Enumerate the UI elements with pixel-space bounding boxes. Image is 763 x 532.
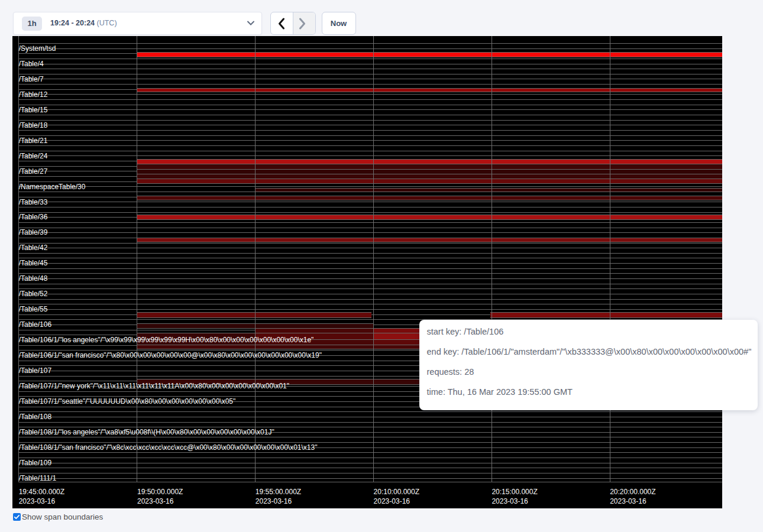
svg-text:/NamespaceTable/30: /NamespaceTable/30 xyxy=(19,183,86,191)
svg-text:/Table/12: /Table/12 xyxy=(19,90,48,99)
svg-text:/Table/107/1/"seattle"/"UUUUUU: /Table/107/1/"seattle"/"UUUUUUD\x00\x80\… xyxy=(19,397,236,406)
svg-text:2023-03-16: 2023-03-16 xyxy=(19,497,56,505)
svg-text:2023-03-16: 2023-03-16 xyxy=(610,497,646,505)
svg-text:2023-03-16: 2023-03-16 xyxy=(492,497,528,505)
svg-text:19:55:00.000Z: 19:55:00.000Z xyxy=(256,488,301,496)
svg-text:2023-03-16: 2023-03-16 xyxy=(137,497,174,505)
svg-text:/Table/111/1: /Table/111/1 xyxy=(19,474,57,482)
svg-text:/Table/7: /Table/7 xyxy=(19,75,44,83)
svg-text:19:45:00.000Z: 19:45:00.000Z xyxy=(19,488,64,496)
svg-text:/Table/24: /Table/24 xyxy=(19,152,48,160)
svg-text:/Table/48: /Table/48 xyxy=(19,274,48,283)
svg-text:/Table/106: /Table/106 xyxy=(19,320,52,329)
svg-text:/Table/52: /Table/52 xyxy=(19,290,48,298)
svg-text:/Table/27: /Table/27 xyxy=(19,167,48,176)
svg-text:2023-03-16: 2023-03-16 xyxy=(256,497,292,505)
svg-text:2023-03-16: 2023-03-16 xyxy=(374,497,410,505)
svg-text:/Table/42: /Table/42 xyxy=(19,244,48,252)
svg-text:/Table/107/1/"new york"/"\x11\: /Table/107/1/"new york"/"\x11\x11\x11\x1… xyxy=(19,382,289,390)
svg-text:/Table/109: /Table/109 xyxy=(19,459,52,467)
svg-text:/Table/106/1/"los angeles"/"\x: /Table/106/1/"los angeles"/"\x99\x99\x99… xyxy=(19,336,314,344)
svg-text:/Table/108/1/"san francisco"/": /Table/108/1/"san francisco"/"\x8c\xcc\x… xyxy=(19,443,318,452)
svg-text:20:15:00.000Z: 20:15:00.000Z xyxy=(492,488,537,496)
svg-text:/Table/33: /Table/33 xyxy=(19,198,48,206)
svg-text:/Table/15: /Table/15 xyxy=(19,106,48,114)
svg-text:/Table/36: /Table/36 xyxy=(19,213,48,221)
svg-text:/Table/21: /Table/21 xyxy=(19,137,48,145)
svg-text:/Table/55: /Table/55 xyxy=(19,305,48,313)
svg-text:/Table/45: /Table/45 xyxy=(19,259,48,267)
svg-text:/Table/106/1/"san francisco"/": /Table/106/1/"san francisco"/"\x80\x00\x… xyxy=(19,351,322,359)
svg-text:/Table/39: /Table/39 xyxy=(19,228,48,236)
svg-text:/Table/108: /Table/108 xyxy=(19,413,52,421)
svg-text:19:50:00.000Z: 19:50:00.000Z xyxy=(137,488,183,496)
svg-text:/Table/18: /Table/18 xyxy=(19,121,48,129)
svg-text:/System/tsd: /System/tsd xyxy=(19,44,56,53)
svg-text:20:10:00.000Z: 20:10:00.000Z xyxy=(374,488,419,496)
svg-text:/Table/4: /Table/4 xyxy=(19,60,44,68)
svg-text:/Table/107: /Table/107 xyxy=(19,366,52,375)
svg-text:20:20:00.000Z: 20:20:00.000Z xyxy=(610,488,655,496)
svg-text:/Table/108/1/"los angeles"/"\x: /Table/108/1/"los angeles"/"\xa8\xf5\u00… xyxy=(19,428,274,436)
